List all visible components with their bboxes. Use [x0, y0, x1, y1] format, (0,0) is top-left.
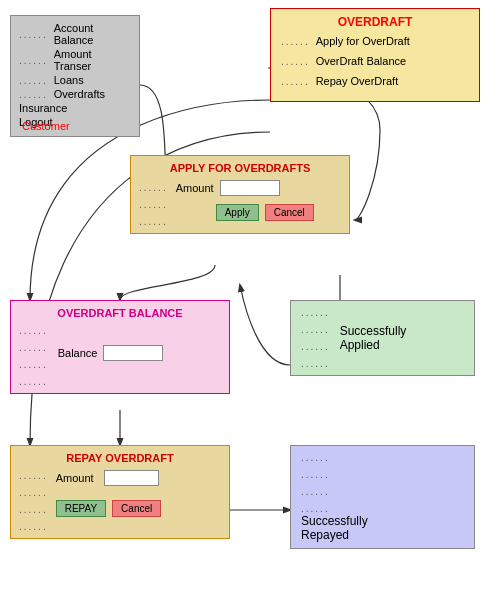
menu-item-insurance[interactable]: Insurance [19, 102, 131, 114]
apply-button[interactable]: Apply [216, 204, 259, 221]
repay-amount-input[interactable] [104, 470, 159, 486]
repay-panel: REPAY OVERDRAFT ...... ...... ...... ...… [10, 445, 230, 539]
sr-dots-2: ...... [301, 469, 454, 480]
repay-amount-row: Amount [56, 470, 162, 486]
apply-dots-2: ...... [139, 199, 168, 210]
dots-od2: ...... [281, 56, 310, 67]
balance-dots-1: ...... [19, 325, 48, 336]
overdraft-panel: OVERDRAFT ...... Apply for OverDraft ...… [270, 8, 480, 102]
menu-label-transfer: Amount Transer [54, 48, 131, 72]
apply-amount-input[interactable] [220, 180, 280, 196]
dots-od3: ...... [281, 76, 310, 87]
od-apply-label: Apply for OverDraft [316, 35, 410, 47]
od-repay-label: Repay OverDraft [316, 75, 399, 87]
sr-dots-4: ...... [301, 503, 454, 514]
overdraft-balance-item[interactable]: ...... OverDraft Balance [281, 55, 469, 67]
apply-cancel-button[interactable]: Cancel [265, 204, 314, 221]
balance-form: Balance [58, 345, 164, 361]
success-repayed-panel: ...... ...... ...... ...... Successfully… [290, 445, 475, 549]
menu-item-overdrafts[interactable]: ...... Overdrafts [19, 88, 131, 100]
sr-dots-1: ...... [301, 452, 454, 463]
repay-amount-label: Amount [56, 472, 94, 484]
repay-form: Amount REPAY Cancel [56, 470, 162, 517]
success-applied-panel: ...... ...... ...... ...... Successfully… [290, 300, 475, 376]
apply-amount-row: Amount [176, 180, 314, 196]
overdraft-title: OVERDRAFT [281, 15, 469, 29]
overdraft-apply-item[interactable]: ...... Apply for OverDraft [281, 35, 469, 47]
apply-title: APPLY FOR OVERDRAFTS [139, 162, 341, 174]
customer-menu-box: ...... Account Balance ...... Amount Tra… [10, 15, 140, 137]
success-applied-text: SuccessfullyApplied [340, 324, 407, 352]
apply-overdrafts-panel: APPLY FOR OVERDRAFTS ...... ...... .....… [130, 155, 350, 234]
sa-dots-2: ...... [301, 324, 330, 335]
sa-dots-3: ...... [301, 341, 330, 352]
sa-dots-4: ...... [301, 358, 330, 369]
dots-loans: ...... [19, 75, 48, 86]
balance-label: Balance [58, 347, 98, 359]
repay-title: REPAY OVERDRAFT [19, 452, 221, 464]
success-repayed-text: SuccessfullyRepayed [301, 514, 464, 542]
balance-panel: OVERDRAFT BALANCE ...... ...... ...... .… [10, 300, 230, 394]
balance-title: OVERDRAFT BALANCE [19, 307, 221, 319]
dots-transfer: ...... [19, 55, 48, 66]
menu-item-amount-transfer[interactable]: ...... Amount Transer [19, 48, 131, 72]
repay-dots-4: ...... [19, 521, 48, 532]
menu-item-account-balance[interactable]: ...... Account Balance [19, 22, 131, 46]
repay-dots-3: ...... [19, 504, 48, 515]
menu-label-overdrafts: Overdrafts [54, 88, 105, 100]
dots-account: ...... [19, 29, 48, 40]
dots-overdrafts: ...... [19, 89, 48, 100]
sr-dots-3: ...... [301, 486, 454, 497]
customer-label: Customer [22, 120, 70, 132]
repay-button[interactable]: REPAY [56, 500, 106, 517]
dots-od1: ...... [281, 36, 310, 47]
repay-cancel-button[interactable]: Cancel [112, 500, 161, 517]
menu-item-loans[interactable]: ...... Loans [19, 74, 131, 86]
balance-dots-4: ...... [19, 376, 48, 387]
apply-dots-3: ...... [139, 216, 168, 227]
sa-dots-1: ...... [301, 307, 330, 318]
balance-dots-3: ...... [19, 359, 48, 370]
od-balance-label: OverDraft Balance [316, 55, 406, 67]
menu-label-insurance: Insurance [19, 102, 67, 114]
overdraft-repay-item[interactable]: ...... Repay OverDraft [281, 75, 469, 87]
apply-buttons: Apply Cancel [176, 204, 314, 221]
menu-label-loans: Loans [54, 74, 84, 86]
repay-dots-1: ...... [19, 470, 48, 481]
balance-input[interactable] [103, 345, 163, 361]
balance-dots-2: ...... [19, 342, 48, 353]
repay-dots-2: ...... [19, 487, 48, 498]
menu-label-account: Account Balance [54, 22, 131, 46]
apply-dots-1: ...... [139, 182, 168, 193]
apply-amount-label: Amount [176, 182, 214, 194]
